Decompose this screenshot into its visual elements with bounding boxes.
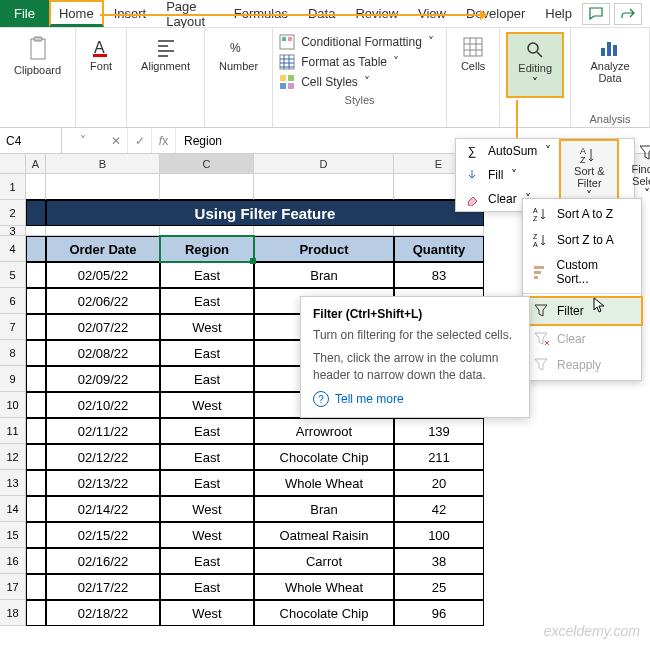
cell[interactable]: 20 xyxy=(394,470,484,496)
cell[interactable]: 02/07/22 xyxy=(46,314,160,340)
cell[interactable] xyxy=(26,314,46,340)
sort-a-to-z-button[interactable]: AZ Sort A to Z xyxy=(523,201,641,227)
cell[interactable]: East xyxy=(160,470,254,496)
cell[interactable]: East xyxy=(160,574,254,600)
alignment-button[interactable]: Alignment xyxy=(133,32,198,76)
cell[interactable] xyxy=(26,366,46,392)
cell[interactable]: Chocolate Chip xyxy=(254,600,394,626)
cell[interactable] xyxy=(26,174,46,200)
cell[interactable] xyxy=(26,392,46,418)
cell[interactable]: Order Date xyxy=(46,236,160,262)
row-header[interactable]: 11 xyxy=(0,418,26,444)
custom-sort-button[interactable]: Custom Sort... xyxy=(523,253,641,291)
tab-help[interactable]: Help xyxy=(535,0,582,27)
cell-styles-button[interactable]: Cell Styles˅ xyxy=(279,72,440,92)
clipboard-button[interactable]: Clipboard xyxy=(6,32,69,80)
cell[interactable]: Quantity xyxy=(394,236,484,262)
cell[interactable] xyxy=(46,226,160,236)
cell[interactable]: 211 xyxy=(394,444,484,470)
cell[interactable]: 02/05/22 xyxy=(46,262,160,288)
cell[interactable]: Bran xyxy=(254,496,394,522)
cell[interactable]: 02/15/22 xyxy=(46,522,160,548)
row-header[interactable]: 7 xyxy=(0,314,26,340)
cell[interactable]: 02/16/22 xyxy=(46,548,160,574)
cell[interactable]: Whole Wheat xyxy=(254,574,394,600)
row-header[interactable]: 10 xyxy=(0,392,26,418)
cell[interactable]: 02/09/22 xyxy=(46,366,160,392)
cell[interactable]: 96 xyxy=(394,600,484,626)
row-header[interactable]: 4 xyxy=(0,236,26,262)
cell[interactable]: East xyxy=(160,340,254,366)
cell[interactable]: 02/12/22 xyxy=(46,444,160,470)
cell[interactable]: 02/14/22 xyxy=(46,496,160,522)
row-header[interactable]: 16 xyxy=(0,548,26,574)
cell[interactable] xyxy=(254,226,394,236)
cell[interactable] xyxy=(26,574,46,600)
tell-me-more-link[interactable]: Tell me more xyxy=(313,391,517,407)
comments-icon[interactable] xyxy=(582,3,610,25)
cell[interactable] xyxy=(160,174,254,200)
sheet-title[interactable]: Using Filter Feature xyxy=(46,200,484,226)
row-header[interactable]: 9 xyxy=(0,366,26,392)
cell[interactable]: 02/11/22 xyxy=(46,418,160,444)
cell[interactable] xyxy=(26,496,46,522)
cell[interactable] xyxy=(26,226,46,236)
row-header[interactable]: 3 xyxy=(0,226,26,236)
share-icon[interactable] xyxy=(614,3,642,25)
col-header-c[interactable]: C xyxy=(160,154,254,174)
cell[interactable]: 25 xyxy=(394,574,484,600)
cell[interactable] xyxy=(26,444,46,470)
row-header[interactable]: 17 xyxy=(0,574,26,600)
cell[interactable] xyxy=(46,174,160,200)
cell[interactable]: West xyxy=(160,522,254,548)
analyze-data-button[interactable]: Analyze Data xyxy=(577,32,643,88)
cell[interactable]: 02/06/22 xyxy=(46,288,160,314)
cell[interactable] xyxy=(26,548,46,574)
cell[interactable] xyxy=(26,288,46,314)
cell[interactable]: 02/08/22 xyxy=(46,340,160,366)
cell[interactable] xyxy=(394,226,484,236)
cell[interactable]: Oatmeal Raisin xyxy=(254,522,394,548)
conditional-formatting-button[interactable]: Conditional Formatting˅ xyxy=(279,32,440,52)
cell[interactable] xyxy=(26,236,46,262)
cell[interactable]: 02/13/22 xyxy=(46,470,160,496)
cell[interactable]: East xyxy=(160,288,254,314)
sort-z-to-a-button[interactable]: ZA Sort Z to A xyxy=(523,227,641,253)
cell[interactable]: Region xyxy=(160,236,254,262)
tab-file[interactable]: File xyxy=(0,0,49,27)
row-header[interactable]: 14 xyxy=(0,496,26,522)
autosum-button[interactable]: ∑ AutoSum˅ xyxy=(456,139,559,163)
cell[interactable]: 42 xyxy=(394,496,484,522)
cell[interactable]: West xyxy=(160,600,254,626)
cell[interactable] xyxy=(26,262,46,288)
number-button[interactable]: % Number xyxy=(211,32,266,76)
cell[interactable]: East xyxy=(160,548,254,574)
col-header-b[interactable]: B xyxy=(46,154,160,174)
cell[interactable] xyxy=(26,600,46,626)
cell[interactable]: East xyxy=(160,366,254,392)
cell[interactable]: West xyxy=(160,314,254,340)
cell[interactable]: Chocolate Chip xyxy=(254,444,394,470)
name-box[interactable]: C4 xyxy=(0,128,62,153)
cell[interactable] xyxy=(160,226,254,236)
editing-button[interactable]: Editing ˅ xyxy=(506,32,564,98)
cell[interactable]: East xyxy=(160,418,254,444)
row-header[interactable]: 2 xyxy=(0,200,26,226)
cell[interactable]: East xyxy=(160,262,254,288)
cells-button[interactable]: Cells xyxy=(453,32,493,76)
cancel-icon[interactable]: ✕ xyxy=(104,128,128,153)
cell[interactable] xyxy=(26,418,46,444)
row-header[interactable]: 1 xyxy=(0,174,26,200)
row-header[interactable]: 15 xyxy=(0,522,26,548)
row-header[interactable]: 5 xyxy=(0,262,26,288)
cell[interactable]: East xyxy=(160,444,254,470)
cell[interactable]: 100 xyxy=(394,522,484,548)
row-header[interactable]: 13 xyxy=(0,470,26,496)
row-header[interactable]: 6 xyxy=(0,288,26,314)
row-header[interactable]: 18 xyxy=(0,600,26,626)
cell[interactable]: Carrot xyxy=(254,548,394,574)
cell[interactable] xyxy=(26,522,46,548)
fx-icon[interactable]: fx xyxy=(152,128,176,153)
cell[interactable] xyxy=(254,174,394,200)
cell[interactable]: Arrowroot xyxy=(254,418,394,444)
